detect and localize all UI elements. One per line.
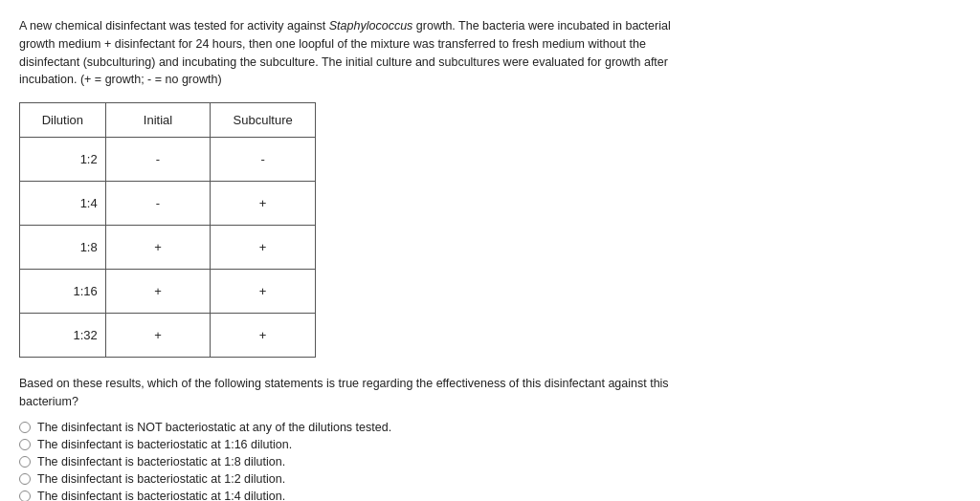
cell-subculture: + <box>211 182 316 226</box>
option-label: The disinfectant is bacteriostatic at 1:… <box>37 455 285 468</box>
header-initial: Initial <box>105 103 211 138</box>
option-label: The disinfectant is bacteriostatic at 1:… <box>37 472 285 486</box>
header-dilution: Dilution <box>20 103 106 138</box>
cell-initial: - <box>105 182 211 226</box>
cell-subculture: + <box>211 226 316 270</box>
option-item[interactable]: The disinfectant is NOT bacteriostatic a… <box>19 421 961 434</box>
cell-initial: + <box>105 314 211 358</box>
radio-icon[interactable] <box>19 473 31 485</box>
cell-subculture: + <box>211 270 316 314</box>
table-row: 1:16++ <box>20 270 316 314</box>
header-subculture: Subculture <box>211 103 316 138</box>
intro-paragraph: A new chemical disinfectant was tested f… <box>19 17 689 89</box>
cell-initial: + <box>105 226 211 270</box>
table-row: 1:2-- <box>20 138 316 182</box>
options-list: The disinfectant is NOT bacteriostatic a… <box>19 421 961 502</box>
radio-icon[interactable] <box>19 439 31 450</box>
radio-icon[interactable] <box>19 490 31 502</box>
radio-icon[interactable] <box>19 456 31 468</box>
option-item[interactable]: The disinfectant is bacteriostatic at 1:… <box>19 490 961 502</box>
option-label: The disinfectant is NOT bacteriostatic a… <box>37 421 391 434</box>
cell-initial: + <box>105 270 211 314</box>
cell-dilution: 1:16 <box>20 270 106 314</box>
cell-dilution: 1:32 <box>20 314 106 358</box>
results-table: Dilution Initial Subculture 1:2--1:4-+1:… <box>19 102 316 358</box>
question-text: Based on these results, which of the fol… <box>19 375 689 411</box>
table-row: 1:4-+ <box>20 182 316 226</box>
cell-initial: - <box>105 138 211 182</box>
cell-dilution: 1:2 <box>20 138 106 182</box>
option-item[interactable]: The disinfectant is bacteriostatic at 1:… <box>19 472 961 486</box>
cell-dilution: 1:4 <box>20 182 106 226</box>
cell-dilution: 1:8 <box>20 226 106 270</box>
option-item[interactable]: The disinfectant is bacteriostatic at 1:… <box>19 455 961 468</box>
radio-icon[interactable] <box>19 422 31 433</box>
table-row: 1:8++ <box>20 226 316 270</box>
option-label: The disinfectant is bacteriostatic at 1:… <box>37 438 292 451</box>
cell-subculture: - <box>211 138 316 182</box>
table-row: 1:32++ <box>20 314 316 358</box>
option-item[interactable]: The disinfectant is bacteriostatic at 1:… <box>19 438 961 451</box>
option-label: The disinfectant is bacteriostatic at 1:… <box>37 490 285 502</box>
cell-subculture: + <box>211 314 316 358</box>
